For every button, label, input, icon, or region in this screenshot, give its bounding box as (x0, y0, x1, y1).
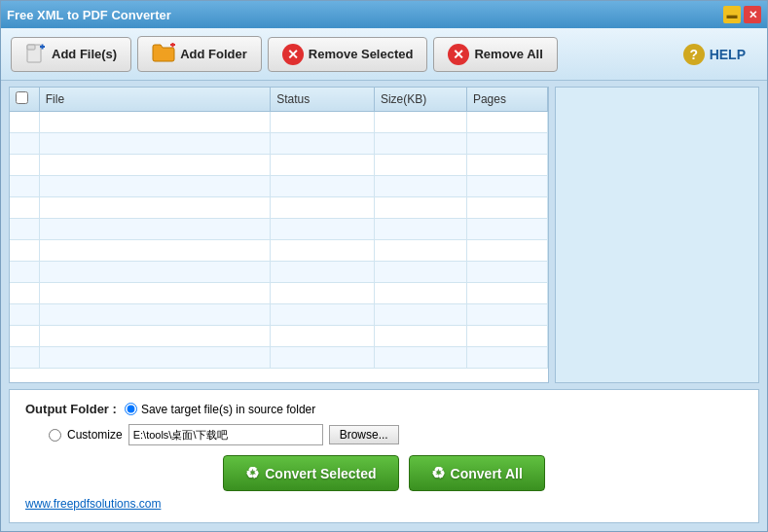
table-row (10, 197, 548, 219)
table-row (10, 240, 548, 262)
remove-all-label: Remove All (474, 47, 542, 61)
svg-rect-1 (27, 45, 35, 50)
close-button[interactable]: ✕ (744, 6, 761, 23)
remove-all-icon: ✕ (448, 44, 469, 65)
file-table: File Status Size(KB) Pages (10, 88, 548, 369)
col-size-header: Size(KB) (374, 88, 466, 112)
table-row (10, 176, 548, 197)
add-folder-label: Add Folder (180, 47, 247, 61)
convert-selected-label: Convert Selected (265, 466, 376, 481)
convert-selected-button[interactable]: ♻ Convert Selected (223, 455, 398, 491)
add-files-button[interactable]: Add File(s) (11, 37, 131, 72)
remove-all-button[interactable]: ✕ Remove All (433, 37, 557, 72)
table-row (10, 112, 548, 133)
table-row (10, 262, 548, 283)
remove-selected-button[interactable]: ✕ Remove Selected (268, 37, 428, 72)
table-row (10, 326, 548, 347)
source-folder-label: Save target file(s) in source folder (141, 403, 315, 416)
help-button[interactable]: ? HELP (672, 38, 757, 71)
select-all-checkbox[interactable] (16, 91, 28, 104)
output-row: Output Folder : Save target file(s) in s… (25, 402, 743, 416)
customize-label: Customize (67, 428, 123, 442)
table-row (10, 283, 548, 304)
convert-all-button[interactable]: ♻ Convert All (409, 455, 545, 491)
table-row (10, 133, 548, 155)
col-pages-header: Pages (466, 88, 547, 112)
path-input[interactable] (128, 424, 323, 445)
help-label: HELP (710, 47, 746, 62)
minimize-button[interactable]: ▬ (723, 6, 741, 23)
add-folder-button[interactable]: Add Folder (137, 36, 262, 72)
preview-panel (555, 87, 759, 383)
title-bar-buttons: ▬ ✕ (723, 6, 761, 23)
add-file-icon (25, 44, 47, 65)
table-row (10, 219, 548, 240)
help-icon: ? (683, 44, 705, 65)
convert-all-icon: ♻ (431, 464, 445, 482)
main-area: File Status Size(KB) Pages (1, 81, 767, 389)
customize-radio[interactable] (49, 429, 61, 442)
window-title: Free XML to PDF Converter (7, 8, 171, 22)
source-folder-radio[interactable] (125, 403, 137, 415)
main-window: Free XML to PDF Converter ▬ ✕ Add File(s… (0, 0, 768, 532)
table-row (10, 155, 548, 176)
convert-selected-icon: ♻ (245, 464, 259, 482)
toolbar: Add File(s) Add Folder ✕ Remove Selected… (1, 28, 767, 81)
browse-button[interactable]: Browse... (329, 425, 399, 444)
add-files-label: Add File(s) (52, 47, 117, 61)
bottom-panel: Output Folder : Save target file(s) in s… (9, 389, 759, 523)
title-bar: Free XML to PDF Converter ▬ ✕ (1, 1, 767, 28)
output-folder-label: Output Folder : (25, 402, 117, 416)
convert-all-label: Convert All (451, 466, 523, 481)
footer-link[interactable]: www.freepdfsolutions.com (25, 497, 161, 511)
table-row (10, 304, 548, 326)
col-file-header: File (39, 88, 270, 112)
table-row (10, 347, 548, 369)
convert-row: ♻ Convert Selected ♻ Convert All (25, 455, 743, 491)
remove-selected-icon: ✕ (282, 44, 304, 65)
add-folder-icon (152, 43, 175, 65)
file-table-container: File Status Size(KB) Pages (9, 87, 549, 383)
customize-option-row: Customize Browse... (49, 424, 743, 445)
source-folder-option: Save target file(s) in source folder (125, 403, 315, 416)
col-status-header: Status (271, 88, 375, 112)
remove-selected-label: Remove Selected (309, 47, 414, 61)
